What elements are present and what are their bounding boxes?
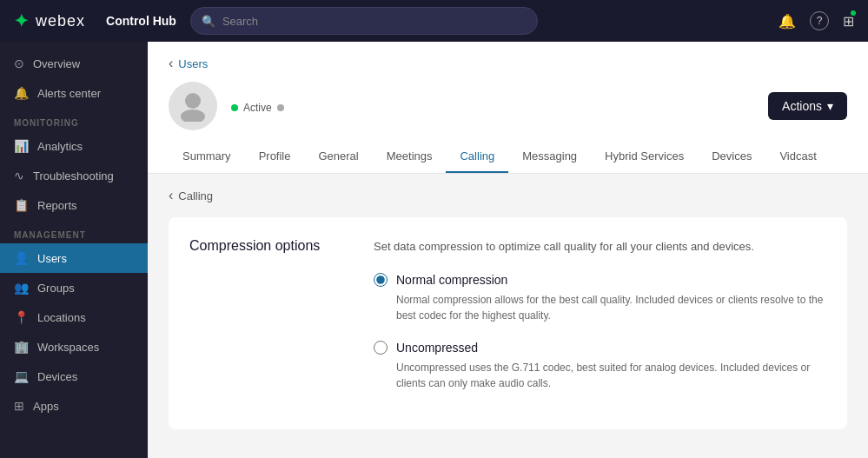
- sidebar: ⊙ Overview 🔔 Alerts center MONITORING 📊 …: [0, 42, 148, 458]
- apps-sidebar-icon: ⊞: [14, 399, 24, 413]
- sidebar-item-label: Analytics: [37, 140, 83, 153]
- svg-point-1: [181, 110, 205, 122]
- workspaces-icon: 🏢: [14, 340, 29, 354]
- calling-breadcrumb-label: Calling: [178, 189, 213, 202]
- svg-point-0: [185, 93, 201, 109]
- tab-devices[interactable]: Devices: [698, 141, 765, 173]
- sidebar-item-label: Workspaces: [37, 341, 99, 354]
- tab-profile[interactable]: Profile: [245, 141, 305, 173]
- breadcrumb[interactable]: ‹ Users: [169, 56, 847, 71]
- calling-breadcrumb[interactable]: ‹ Calling: [169, 188, 847, 203]
- avatar: [169, 82, 217, 130]
- locations-icon: 📍: [14, 310, 29, 324]
- user-details: Active: [231, 98, 754, 114]
- sidebar-item-label: Locations: [37, 311, 86, 324]
- reports-icon: 📋: [14, 198, 29, 212]
- sidebar-item-label: Alerts center: [37, 87, 101, 100]
- breadcrumb-link[interactable]: Users: [178, 57, 208, 70]
- sidebar-item-devices[interactable]: 💻 Devices: [0, 362, 148, 391]
- sidebar-item-locations[interactable]: 📍 Locations: [0, 302, 148, 332]
- help-icon[interactable]: ?: [810, 11, 829, 30]
- apps-icon[interactable]: ⊞: [843, 12, 854, 30]
- nav-icons: 🔔 ? ⊞: [779, 11, 854, 30]
- actions-chevron-icon: ▾: [827, 99, 833, 113]
- alerts-icon: 🔔: [14, 86, 29, 100]
- sidebar-item-overview[interactable]: ⊙ Overview: [0, 49, 148, 78]
- sidebar-item-groups[interactable]: 👥 Groups: [0, 273, 148, 302]
- user-header: ‹ Users Active: [148, 42, 868, 174]
- actions-label: Actions: [782, 99, 822, 113]
- tabs-row: Summary Profile General Meetings Calling…: [169, 141, 847, 173]
- logo-icon: ✦: [14, 10, 29, 31]
- status-row: Active: [231, 102, 754, 114]
- sidebar-item-label: Reports: [37, 199, 77, 212]
- sidebar-item-analytics[interactable]: 📊 Analytics: [0, 131, 148, 161]
- calling-back-icon: ‹: [169, 188, 173, 203]
- radio-options: Normal compression Normal compression al…: [374, 273, 826, 391]
- radio-uncompressed[interactable]: [374, 341, 388, 355]
- tab-hybrid[interactable]: Hybrid Services: [591, 141, 698, 173]
- main-layout: ⊙ Overview 🔔 Alerts center MONITORING 📊 …: [0, 42, 868, 458]
- app-badge: [849, 9, 858, 17]
- search-bar[interactable]: 🔍: [190, 7, 538, 35]
- radio-normal[interactable]: [374, 273, 388, 287]
- radio-label-normal[interactable]: Normal compression: [374, 273, 826, 287]
- tab-calling[interactable]: Calling: [446, 141, 508, 173]
- bell-icon[interactable]: 🔔: [779, 13, 796, 30]
- radio-uncompressed-text: Uncompressed: [396, 341, 478, 355]
- calling-content: ‹ Calling Compression options Set data c…: [148, 174, 868, 458]
- user-info-row: Active Actions ▾: [169, 82, 847, 141]
- tab-meetings[interactable]: Meetings: [373, 141, 447, 173]
- sidebar-item-apps[interactable]: ⊞ Apps: [0, 391, 148, 421]
- radio-normal-text: Normal compression: [396, 273, 507, 287]
- compression-card: Compression options Set data compression…: [169, 217, 847, 429]
- radio-uncompressed-desc: Uncompressed uses the G.711 codec, best …: [396, 360, 826, 391]
- compression-desc: Set data compression to optimize call qu…: [374, 238, 754, 256]
- sidebar-item-alerts[interactable]: 🔔 Alerts center: [0, 78, 148, 108]
- sidebar-item-label: Overview: [33, 57, 80, 70]
- tab-messaging[interactable]: Messaging: [508, 141, 591, 173]
- radio-label-uncompressed[interactable]: Uncompressed: [374, 341, 826, 355]
- groups-icon: 👥: [14, 281, 29, 295]
- management-label: MANAGEMENT: [0, 220, 148, 243]
- logo-area: ✦ webex Control Hub: [14, 10, 176, 31]
- app-brand: Control Hub: [106, 14, 176, 28]
- tab-vidcast[interactable]: Vidcast: [765, 141, 830, 173]
- radio-option-uncompressed: Uncompressed Uncompressed uses the G.711…: [374, 341, 826, 391]
- analytics-icon: 📊: [14, 139, 29, 153]
- troubleshooting-icon: ∿: [14, 169, 24, 183]
- devices-icon: 💻: [14, 369, 29, 383]
- status-dot-active: [231, 104, 238, 111]
- logo-text: webex: [36, 12, 85, 30]
- actions-button[interactable]: Actions ▾: [768, 92, 847, 120]
- sidebar-item-label: Apps: [33, 400, 59, 413]
- users-icon: 👤: [14, 251, 29, 265]
- sidebar-item-users[interactable]: 👤 Users: [0, 243, 148, 273]
- compression-title: Compression options: [189, 238, 346, 256]
- status-dot-secondary: [277, 104, 284, 111]
- sidebar-item-reports[interactable]: 📋 Reports: [0, 190, 148, 220]
- back-icon: ‹: [169, 56, 173, 71]
- search-icon: 🔍: [202, 15, 215, 28]
- tab-summary[interactable]: Summary: [169, 141, 245, 173]
- monitoring-label: MONITORING: [0, 108, 148, 131]
- compression-header: Compression options Set data compression…: [189, 238, 826, 256]
- sidebar-item-label: Devices: [37, 370, 77, 383]
- radio-normal-desc: Normal compression allows for the best c…: [396, 292, 826, 323]
- sidebar-item-label: Users: [37, 252, 67, 265]
- sidebar-item-troubleshooting[interactable]: ∿ Troubleshooting: [0, 161, 148, 190]
- top-nav: ✦ webex Control Hub 🔍 🔔 ? ⊞: [0, 0, 868, 42]
- status-text: Active: [243, 102, 272, 114]
- tab-general[interactable]: General: [304, 141, 372, 173]
- sidebar-item-label: Groups: [37, 282, 75, 295]
- radio-option-normal: Normal compression Normal compression al…: [374, 273, 826, 323]
- sidebar-item-workspaces[interactable]: 🏢 Workspaces: [0, 332, 148, 362]
- overview-icon: ⊙: [14, 56, 24, 70]
- search-input[interactable]: [222, 15, 527, 28]
- sidebar-item-label: Troubleshooting: [33, 169, 114, 183]
- content-area: ‹ Users Active: [148, 42, 868, 458]
